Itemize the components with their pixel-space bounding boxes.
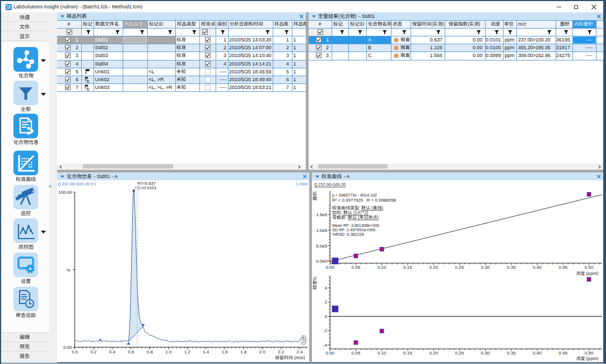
svg-text:1.10e4: 1.10e4 [296,181,307,186]
svg-text:0.2: 0.2 [90,349,97,354]
svg-text:0.10: 0.10 [377,351,386,356]
svg-text:0.05: 0.05 [352,265,361,270]
svg-text:0.0e0: 0.0e0 [316,259,328,264]
svg-text:y = 3983773x - 4014.102: y = 3983773x - 4014.102 [332,193,377,198]
svg-text:0.20: 0.20 [429,265,438,270]
svg-text:0.00: 0.00 [325,265,334,270]
svg-text:1.6: 1.6 [222,349,229,354]
svg-text:0.35: 0.35 [507,265,516,270]
svg-text:0.10: 0.10 [377,265,386,270]
svg-text:0.00: 0.00 [63,345,72,350]
svg-text:0.8: 0.8 [147,349,153,354]
svg-text:1.5e6: 1.5e6 [316,212,328,217]
svg-text:0.30: 0.30 [481,265,490,270]
svg-text:0.6: 0.6 [128,349,134,354]
svg-text:2.2: 2.2 [278,349,285,354]
svg-text:0: 0 [325,314,328,319]
svg-text:0.05: 0.05 [352,351,361,356]
svg-text:0.50: 0.50 [585,265,594,270]
svg-text:100.00: 100.00 [58,190,72,195]
svg-text:0.35: 0.35 [507,351,516,356]
svg-text:0.40: 0.40 [533,351,542,356]
svg-text:0.40: 0.40 [533,265,542,270]
svg-text:Q 237.00>100.20: Q 237.00>100.20 [314,182,346,187]
svg-text:2: 2 [325,300,328,305]
svg-text:0.20: 0.20 [429,351,438,356]
svg-text:0.0: 0.0 [72,349,78,354]
svg-text:1.4: 1.4 [203,349,209,354]
svg-text:Q 237.00>100.20 (+): Q 237.00>100.20 (+) [58,181,96,186]
svg-text:0.50: 0.50 [585,351,594,356]
svg-text:1.8: 1.8 [240,349,247,354]
svg-text:0.45: 0.45 [559,265,568,270]
svg-text:%: % [66,268,70,273]
svg-text:1.0: 1.0 [165,349,172,354]
svg-text:4: 4 [325,286,328,291]
svg-text:0.15: 0.15 [403,351,412,356]
svg-text:1.2: 1.2 [184,349,191,354]
svg-text:3: 3 [87,79,90,83]
svg-text:0.25: 0.25 [455,351,464,356]
svg-text:0.45: 0.45 [559,351,568,356]
svg-text:%RSD: 6.382226: %RSD: 6.382226 [332,232,364,237]
svg-text:2.0: 2.0 [259,349,266,354]
svg-text:0.25: 0.25 [455,265,464,270]
svg-text:R² = 0.9977929 R = 0.9988958: R² = 0.9977929 R = 0.9988958 [332,198,397,203]
svg-text:5.0e5: 5.0e5 [316,244,328,249]
svg-text:-4: -4 [323,343,328,348]
svg-text:-2: -2 [323,328,328,333]
svg-text:3: 3 [87,87,90,91]
svg-text:0.15: 0.15 [403,265,412,270]
svg-text:0.00: 0.00 [325,351,334,356]
svg-text:2.4: 2.4 [296,349,303,354]
svg-text:1.0e6: 1.0e6 [316,228,328,233]
svg-text:0.4: 0.4 [109,349,116,354]
svg-text:C=0.0101: C=0.0101 [138,185,157,190]
svg-text:0.30: 0.30 [481,351,490,356]
